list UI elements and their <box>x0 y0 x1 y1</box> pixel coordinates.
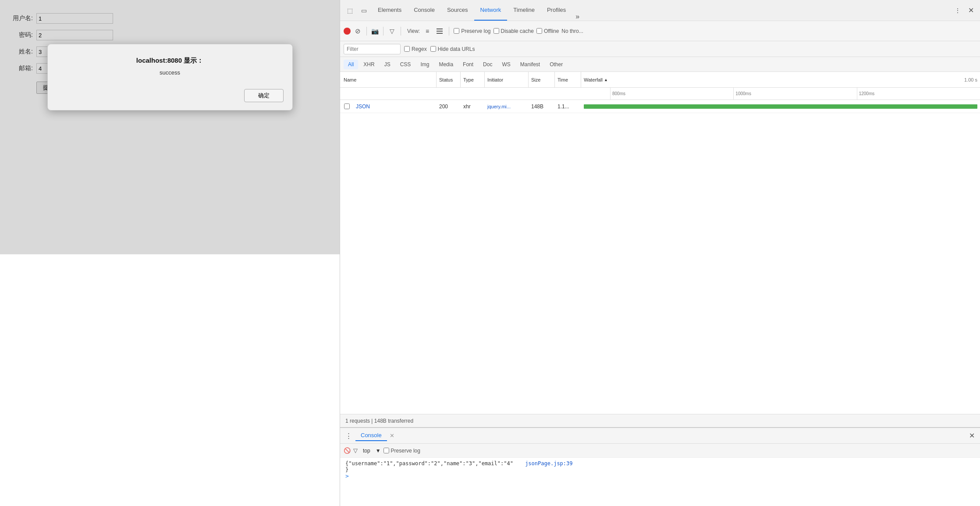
console-log-line2: } <box>345 467 975 473</box>
console-tab-close-button[interactable]: ✕ <box>390 432 394 439</box>
timeline-ruler: 800ms 1000ms 1200ms <box>340 88 980 100</box>
console-filter-icon[interactable]: ▽ <box>353 447 358 454</box>
tab-timeline[interactable]: Timeline <box>507 0 541 21</box>
console-top-selector[interactable]: top <box>360 447 373 455</box>
console-prompt: > <box>345 473 975 479</box>
hide-data-urls-checkbox[interactable] <box>430 46 436 52</box>
preserve-log-label[interactable]: Preserve log <box>454 28 490 34</box>
filter-tab-ws[interactable]: WS <box>497 60 515 69</box>
row-type: xhr <box>461 103 485 110</box>
console-toolbar: 🚫 ▽ top ▼ Preserve log <box>340 444 980 458</box>
regex-checkbox[interactable] <box>404 46 410 52</box>
alert-message: success <box>61 69 279 76</box>
filter-tab-all[interactable]: All <box>344 60 358 69</box>
devtools-close-button[interactable]: ✕ <box>966 6 976 14</box>
console-panel-close-button[interactable]: ✕ <box>966 431 977 441</box>
filter-tab-img[interactable]: Img <box>416 60 433 69</box>
svg-rect-1 <box>437 31 443 32</box>
network-status-bar: 1 requests | 148B transferred <box>340 414 980 427</box>
col-header-time[interactable]: Time <box>555 72 581 87</box>
devtools-topbar: ⬚ ▭ Elements Console Sources Network Tim… <box>340 0 980 21</box>
console-more-button[interactable]: ⋮ <box>343 431 355 441</box>
tab-console-panel[interactable]: Console <box>355 430 387 441</box>
filter-tab-other[interactable]: Other <box>545 60 567 69</box>
col-header-name[interactable]: Name <box>340 72 437 87</box>
console-block-icon[interactable]: 🚫 <box>344 447 351 454</box>
row-size: 148B <box>529 103 555 110</box>
disable-cache-label[interactable]: Disable cache <box>494 28 534 34</box>
console-preserve-log-label[interactable]: Preserve log <box>383 448 420 454</box>
filter-icon[interactable]: ▽ <box>388 27 396 36</box>
tab-elements[interactable]: Elements <box>372 0 408 21</box>
console-content: {"username":"1","password":"2","name":"3… <box>340 458 980 506</box>
tab-profiles[interactable]: Profiles <box>541 0 572 21</box>
inspect-icon: ⬚ <box>347 7 353 14</box>
alert-title: localhost:8080 显示： <box>61 57 279 65</box>
filter-tab-manifest[interactable]: Manifest <box>516 60 544 69</box>
tree-view-icon[interactable] <box>435 26 444 36</box>
alert-overlay: localhost:8080 显示： success 确定 <box>0 0 340 254</box>
console-prompt-arrow: > <box>345 473 349 479</box>
col-header-initiator[interactable]: Initiator <box>485 72 529 87</box>
stop-icon: ⊘ <box>355 27 361 35</box>
row-time: 1.1... <box>555 103 581 110</box>
console-log-line1: {"username":"1","password":"2","name":"3… <box>345 460 975 467</box>
filter-tab-font[interactable]: Font <box>458 60 478 69</box>
alert-body: localhost:8080 显示： success <box>48 44 292 85</box>
console-input[interactable] <box>351 473 975 479</box>
filter-tab-media[interactable]: Media <box>434 60 458 69</box>
offline-label[interactable]: Offline <box>536 28 559 34</box>
table-row[interactable]: JSON 200 xhr jquery.mi... 148B 1.1... <box>340 100 980 113</box>
row-checkbox <box>340 103 353 109</box>
device-icon: ▭ <box>361 7 367 14</box>
preserve-log-checkbox[interactable] <box>454 28 459 34</box>
more-vert-icon: ⋮ <box>955 7 961 14</box>
console-panel: ⋮ Console ✕ ✕ 🚫 ▽ top ▼ Preserve log {"u… <box>340 427 980 506</box>
stop-record-button[interactable]: ⊘ <box>353 27 362 36</box>
device-toolbar-button[interactable]: ▭ <box>358 4 370 17</box>
alert-ok-button[interactable]: 确定 <box>244 89 284 102</box>
ruler-1000ms: 1000ms <box>733 88 856 100</box>
col-header-waterfall[interactable]: Waterfall ▲ 1.00 s <box>581 72 980 87</box>
col-header-status[interactable]: Status <box>437 72 461 87</box>
toolbar-separator-3 <box>401 27 401 36</box>
row-initiator: jquery.mi... <box>485 104 529 109</box>
alert-footer: 确定 <box>48 85 292 110</box>
filter-input[interactable] <box>344 44 401 54</box>
col-header-size[interactable]: Size <box>529 72 555 87</box>
tab-network[interactable]: Network <box>474 0 508 21</box>
more-tabs-button[interactable]: » <box>572 13 583 21</box>
row-waterfall <box>581 104 980 109</box>
toolbar-separator-1 <box>366 27 367 36</box>
filter-tab-css[interactable]: CSS <box>396 60 415 69</box>
view-label: View: <box>407 28 420 34</box>
filter-tab-doc[interactable]: Doc <box>479 60 497 69</box>
devtools-more-button[interactable]: ⋮ <box>952 4 964 17</box>
console-source-link[interactable]: jsonPage.jsp:39 <box>525 460 572 467</box>
row-select-checkbox[interactable] <box>344 103 350 109</box>
ruler-800ms: 800ms <box>610 88 733 100</box>
sort-indicator: ▲ <box>604 78 608 82</box>
list-view-icon[interactable]: ≡ <box>423 26 432 36</box>
tab-sources[interactable]: Sources <box>441 0 474 21</box>
record-button[interactable] <box>344 28 351 35</box>
svg-rect-0 <box>437 29 443 29</box>
filter-tab-xhr[interactable]: XHR <box>359 60 379 69</box>
devtools-panel: ⬚ ▭ Elements Console Sources Network Tim… <box>340 0 980 506</box>
toolbar-separator-2 <box>383 27 383 36</box>
filter-tab-js[interactable]: JS <box>380 60 395 69</box>
network-toolbar: ⊘ 📷 ▽ View: ≡ Preserve log Disable cache… <box>340 21 980 41</box>
network-rows: JSON 200 xhr jquery.mi... 148B 1.1... <box>340 100 980 414</box>
col-header-type[interactable]: Type <box>461 72 485 87</box>
devtools-actions: ⋮ ✕ <box>952 4 976 17</box>
regex-checkbox-label[interactable]: Regex <box>404 46 427 52</box>
console-preserve-log-checkbox[interactable] <box>383 448 389 453</box>
camera-icon[interactable]: 📷 <box>371 28 379 35</box>
hide-data-urls-label[interactable]: Hide data URLs <box>430 46 475 52</box>
inspect-element-button[interactable]: ⬚ <box>344 4 356 17</box>
offline-checkbox[interactable] <box>536 28 542 34</box>
console-dropdown-arrow[interactable]: ▼ <box>376 448 381 454</box>
disable-cache-checkbox[interactable] <box>494 28 499 34</box>
tab-console[interactable]: Console <box>408 0 441 21</box>
alert-dialog: localhost:8080 显示： success 确定 <box>47 44 293 110</box>
